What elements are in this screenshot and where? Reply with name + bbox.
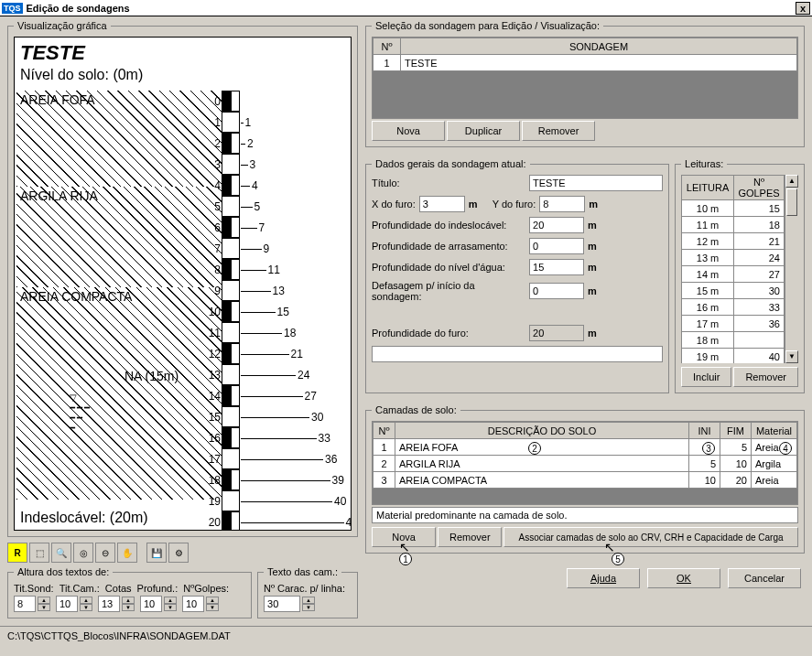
titsond-input[interactable] xyxy=(14,596,36,612)
leituras-table[interactable]: LEITURANº GOLPES 10 m1511 m1812 m2113 m2… xyxy=(681,175,785,363)
spt-value-label: 7 xyxy=(259,221,265,234)
cam-col-n: Nº xyxy=(374,423,395,439)
arras-input[interactable] xyxy=(529,238,584,254)
titulo-lbl: Título: xyxy=(372,177,525,188)
tool-r-button[interactable]: R xyxy=(7,543,27,563)
sel-duplicar-button[interactable]: Duplicar xyxy=(447,121,520,141)
annotation-3: 3 xyxy=(702,442,715,455)
spt-cell: 11 xyxy=(222,112,240,133)
golpes-spin[interactable]: ▲▼ xyxy=(206,597,219,611)
pan-button[interactable]: ✋ xyxy=(117,543,137,563)
leit-incluir-button[interactable]: Incluir xyxy=(681,367,731,387)
altura-legend: Altura dos textos de: xyxy=(14,566,113,577)
table-row[interactable]: 13 m24 xyxy=(682,250,785,266)
texto-cam-spin[interactable]: ▲▼ xyxy=(302,597,315,611)
titsond-spin[interactable]: ▲▼ xyxy=(38,597,50,611)
texto-cam-input[interactable] xyxy=(264,596,300,612)
table-row[interactable]: 10 m15 xyxy=(682,200,785,217)
defas-input[interactable] xyxy=(529,283,584,299)
settings-icon-button[interactable]: ⚙ xyxy=(168,543,189,563)
annotation-5: 5 xyxy=(612,553,624,565)
x-input[interactable] xyxy=(419,196,465,212)
table-row[interactable]: 1TESTE xyxy=(374,55,797,71)
spt-value-label: 36 xyxy=(325,453,337,466)
spt-cell: 55 xyxy=(222,196,240,217)
altura-textos-fieldset: Altura dos textos de: Tit.Sond: Tit.Cam.… xyxy=(7,566,252,618)
ok-button[interactable]: OK xyxy=(647,568,720,588)
table-row[interactable]: 1AREIA FOFA5Areia xyxy=(374,439,797,456)
table-row[interactable]: 18 m xyxy=(682,332,785,349)
spt-value-label: 4 xyxy=(252,179,258,192)
scroll-down-icon[interactable]: ▼ xyxy=(785,350,798,363)
profund-lbl: Profund.: xyxy=(137,583,179,594)
profund-spin[interactable]: ▲▼ xyxy=(164,597,177,611)
leit-col-l: LEITURA xyxy=(682,176,734,200)
cam-remover-button[interactable]: Remover xyxy=(438,527,502,547)
spt-cell: 44 xyxy=(222,175,240,196)
ajuda-button[interactable]: Ajuda xyxy=(567,568,640,588)
viz-fieldset: Visualização gráfica TESTE Nível do solo… xyxy=(7,20,358,537)
golpes-lbl: NºGolpes: xyxy=(183,583,229,594)
close-button[interactable]: x xyxy=(796,2,810,15)
zoom-extents-button[interactable]: ◎ xyxy=(73,543,93,563)
viz-toolbar: R ⬚ 🔍 ◎ ⊖ ✋ 💾 ⚙ xyxy=(7,543,358,563)
defas-lbl: Defasagem p/ início da sondagem: xyxy=(372,280,525,302)
spt-cell: 67 xyxy=(222,217,240,238)
table-row[interactable]: 14 m27 xyxy=(682,266,785,283)
scroll-thumb[interactable] xyxy=(786,188,797,216)
table-row[interactable]: 16 m33 xyxy=(682,299,785,316)
leituras-scrollbar[interactable]: ▲ ▼ xyxy=(785,175,798,363)
leit-remover-button[interactable]: Remover xyxy=(733,367,798,387)
table-row[interactable]: 11 m18 xyxy=(682,217,785,233)
sel-nova-button[interactable]: Nova xyxy=(372,121,445,141)
spt-cell: 1839 xyxy=(222,469,240,490)
table-row[interactable]: 19 m40 xyxy=(682,349,785,364)
selecao-table[interactable]: NºSONDAGEM 1TESTE xyxy=(373,38,797,71)
na-input[interactable] xyxy=(529,259,584,275)
spt-depth-label: 15 xyxy=(200,407,221,428)
spt-depth-label: 4 xyxy=(200,176,221,197)
sel-remover-button[interactable]: Remover xyxy=(522,121,595,141)
spt-depth-label: 7 xyxy=(200,239,221,260)
dados-extra-input[interactable] xyxy=(372,346,663,362)
texto-cam-legend: Texto das cam.: xyxy=(264,566,341,577)
spt-cell: 1221 xyxy=(222,343,240,364)
leituras-fieldset: Leituras: LEITURANº GOLPES 10 m1511 m181… xyxy=(675,158,805,393)
zoom-in-button[interactable]: 🔍 xyxy=(51,543,71,563)
table-row[interactable]: 17 m36 xyxy=(682,316,785,332)
scroll-up-icon[interactable]: ▲ xyxy=(785,175,798,188)
texto-cam-fieldset: Texto das cam.: Nº Carac. p/ linha: ▲▼ xyxy=(257,566,358,618)
table-row[interactable]: 15 m30 xyxy=(682,283,785,299)
cancelar-button[interactable]: Cancelar xyxy=(728,568,801,588)
spt-cell: 22 xyxy=(222,133,240,154)
y-input[interactable] xyxy=(539,196,585,212)
spt-cell: 2045 xyxy=(222,511,240,531)
cam-nova-button[interactable]: Nova xyxy=(372,527,436,547)
camadas-table[interactable]: Nº DESCRIÇÃO DO SOLO INI FIM Material 1A… xyxy=(373,422,797,489)
spt-cell: 1324 xyxy=(222,364,240,385)
zoom-window-button[interactable]: ⬚ xyxy=(29,543,49,563)
spt-value-label: 5 xyxy=(254,200,261,213)
titcam-input[interactable] xyxy=(56,596,78,612)
spt-value-label: 45 xyxy=(346,516,352,529)
na-label: NA (15m) xyxy=(125,369,179,383)
profund-input[interactable] xyxy=(140,596,162,612)
table-row[interactable]: 3AREIA COMPACTA1020Areia xyxy=(374,472,797,489)
cotas-input[interactable] xyxy=(98,596,120,612)
zoom-out-button[interactable]: ⊖ xyxy=(95,543,115,563)
spt-value-label: 13 xyxy=(273,285,285,297)
titulo-input[interactable] xyxy=(529,175,663,191)
indesl-input[interactable] xyxy=(529,217,584,233)
table-row[interactable]: 2ARGILA RIJA510Argila xyxy=(374,456,797,472)
spt-value-label: 30 xyxy=(311,411,323,424)
spt-depth-label: 9 xyxy=(200,281,221,302)
arras-lbl: Profundidade de arrasamento: xyxy=(372,241,525,252)
cotas-spin[interactable]: ▲▼ xyxy=(122,597,135,611)
dados-fieldset: Dados gerais da sondagem atual: Título: … xyxy=(365,158,669,393)
golpes-input[interactable] xyxy=(182,596,204,612)
table-row[interactable]: 12 m21 xyxy=(682,233,785,250)
cam-col-m: Material xyxy=(752,423,797,439)
save-icon-button[interactable]: 💾 xyxy=(146,543,167,563)
titcam-spin[interactable]: ▲▼ xyxy=(80,597,92,611)
cam-associar-button[interactable]: Associar camadas de solo ao CRV, CRH e C… xyxy=(503,527,798,547)
